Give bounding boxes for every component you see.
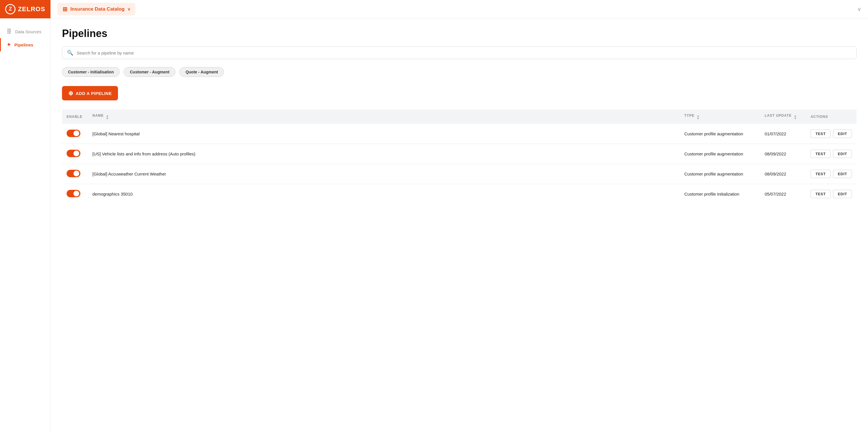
type-cell-3: Customer profile initialization	[680, 184, 760, 204]
plus-circle-icon: ⊕	[68, 90, 73, 97]
table-row: [Global] Accuweather Current Weather Cus…	[62, 164, 857, 184]
type-cell-1: Customer profile augmentation	[680, 144, 760, 164]
enable-toggle-0[interactable]	[67, 130, 81, 137]
toggle-cell-1	[62, 144, 88, 164]
add-pipeline-button[interactable]: ⊕ ADD A PIPELINE	[62, 86, 118, 100]
col-header-type[interactable]: TYPE ▲▼	[680, 109, 760, 124]
edit-button-2[interactable]: EDIT	[833, 170, 852, 178]
sort-arrows-name: ▲▼	[106, 115, 109, 120]
edit-button-1[interactable]: EDIT	[833, 150, 852, 158]
search-icon: 🔍	[67, 49, 73, 56]
chevron-down-icon: ∨	[127, 7, 130, 11]
pipeline-table: ENABLE NAME ▲▼ TYPE ▲▼ LAST UPDATE ▲▼	[62, 109, 857, 204]
add-pipeline-label: ADD A PIPELINE	[76, 91, 112, 96]
col-header-actions: ACTIONS	[806, 109, 857, 124]
catalog-label: Insurance Data Catalog	[70, 6, 125, 12]
table-row: demographics 35010 Customer profile init…	[62, 184, 857, 204]
logo-icon: Z	[5, 4, 16, 14]
catalog-button[interactable]: ⊞ Insurance Data Catalog ∨	[57, 3, 135, 15]
update-cell-3: 05/07/2022	[760, 184, 806, 204]
type-cell-0: Customer profile augmentation	[680, 124, 760, 144]
search-bar: 🔍	[62, 46, 857, 59]
grid-icon: ⊞	[63, 6, 67, 12]
test-button-2[interactable]: TEST	[811, 170, 831, 178]
edit-button-3[interactable]: EDIT	[833, 190, 852, 198]
enable-toggle-3[interactable]	[67, 190, 81, 197]
edit-button-0[interactable]: EDIT	[833, 130, 852, 138]
search-input[interactable]	[76, 51, 851, 55]
toggle-cell-0	[62, 124, 88, 144]
enable-toggle-1[interactable]	[67, 150, 81, 157]
filter-tags: Customer - Initialisation Customer - Aug…	[62, 67, 857, 77]
logo-text: ZELROS	[18, 5, 45, 13]
table-row: [US] Vehicle lists and info from address…	[62, 144, 857, 164]
logo-area: Z ZELROS	[0, 0, 51, 19]
update-cell-0: 01/07/2022	[760, 124, 806, 144]
test-button-3[interactable]: TEST	[811, 190, 831, 198]
layout: 🗄 Data Sources ✦ Pipelines Pipelines 🔍 C…	[0, 19, 868, 433]
filter-tag-1[interactable]: Customer - Augment	[124, 67, 175, 77]
topbar: Z ZELROS ⊞ Insurance Data Catalog ∨ ∨	[0, 0, 868, 19]
logo: Z ZELROS	[5, 4, 45, 14]
name-cell-2: [Global] Accuweather Current Weather	[88, 164, 680, 184]
database-icon: 🗄	[7, 29, 12, 35]
sidebar-item-pipelines[interactable]: ✦ Pipelines	[0, 38, 50, 51]
sidebar-item-label-pipelines: Pipelines	[14, 42, 33, 47]
actions-cell-3: TEST EDIT	[806, 184, 857, 204]
sidebar: 🗄 Data Sources ✦ Pipelines	[0, 19, 51, 433]
enable-toggle-2[interactable]	[67, 170, 81, 177]
col-header-last-update[interactable]: LAST UPDATE ▲▼	[760, 109, 806, 124]
pipelines-icon: ✦	[7, 41, 11, 48]
page-title: Pipelines	[62, 28, 857, 40]
filter-tag-0[interactable]: Customer - Initialisation	[62, 67, 120, 77]
table-row: [Global] Nearest hospital Customer profi…	[62, 124, 857, 144]
filter-tag-2[interactable]: Quote - Augment	[179, 67, 224, 77]
name-cell-3: demographics 35010	[88, 184, 680, 204]
update-cell-1: 08/09/2022	[760, 144, 806, 164]
update-cell-2: 08/09/2022	[760, 164, 806, 184]
main-content: Pipelines 🔍 Customer - Initialisation Cu…	[51, 19, 868, 433]
col-header-enable: ENABLE	[62, 109, 88, 124]
sort-arrows-update: ▲▼	[794, 115, 797, 120]
actions-cell-2: TEST EDIT	[806, 164, 857, 184]
table-header: ENABLE NAME ▲▼ TYPE ▲▼ LAST UPDATE ▲▼	[62, 109, 857, 124]
col-header-name[interactable]: NAME ▲▼	[88, 109, 680, 124]
test-button-0[interactable]: TEST	[811, 130, 831, 138]
sidebar-item-data-sources[interactable]: 🗄 Data Sources	[0, 25, 50, 38]
actions-cell-0: TEST EDIT	[806, 124, 857, 144]
type-cell-2: Customer profile augmentation	[680, 164, 760, 184]
toggle-cell-2	[62, 164, 88, 184]
toggle-cell-3	[62, 184, 88, 204]
topbar-chevron[interactable]: ∨	[857, 6, 868, 12]
name-cell-0: [Global] Nearest hospital	[88, 124, 680, 144]
actions-cell-1: TEST EDIT	[806, 144, 857, 164]
name-cell-1: [US] Vehicle lists and info from address…	[88, 144, 680, 164]
sort-arrows-type: ▲▼	[696, 115, 700, 120]
table-body: [Global] Nearest hospital Customer profi…	[62, 124, 857, 204]
sidebar-item-label-data-sources: Data Sources	[15, 29, 41, 34]
test-button-1[interactable]: TEST	[811, 150, 831, 158]
